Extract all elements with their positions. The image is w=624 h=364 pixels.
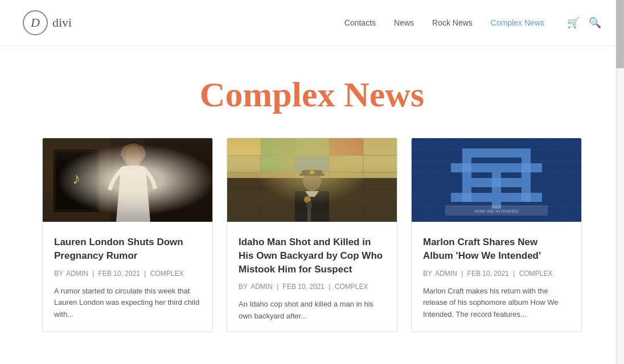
cart-icon[interactable]: 🛒: [567, 16, 580, 29]
cards-grid: ♪ Lauren London: [5, 138, 619, 355]
cards-section: ♪ Lauren London: [0, 138, 624, 355]
card-1-body: Lauren London Shuts Down Pregnancy Rumor…: [43, 222, 212, 330]
svg-rect-30: [307, 204, 311, 222]
card-3-author: ADMIN: [435, 270, 457, 278]
card-1-excerpt: A rumor started to circulate this week t…: [54, 286, 201, 321]
card-3-date: FEB 10, 2021: [467, 270, 509, 278]
card-2-author: ADMIN: [251, 283, 273, 291]
svg-point-24: [303, 171, 321, 191]
header: D divi Contacts News Rock News Complex N…: [0, 0, 624, 46]
svg-rect-20: [329, 138, 363, 155]
svg-text:HOW WE INTENDED: HOW WE INTENDED: [474, 209, 519, 214]
card-1-date: FEB 10, 2021: [98, 270, 140, 278]
svg-rect-27: [310, 171, 314, 174]
card-2-category: COMPLEX: [335, 283, 368, 291]
nav-utilities: 🛒 🔍: [567, 16, 601, 29]
nav-rock-news[interactable]: Rock News: [432, 18, 473, 27]
svg-rect-18: [261, 138, 295, 172]
svg-rect-55: [462, 163, 471, 172]
svg-rect-58: [462, 193, 471, 202]
svg-rect-2: [145, 138, 212, 222]
svg-rect-8: [227, 138, 397, 222]
page-title: Complex News: [11, 75, 613, 115]
svg-rect-4: [56, 152, 96, 209]
scrollbar-thumb[interactable]: [616, 0, 624, 68]
nav-news[interactable]: News: [394, 18, 414, 27]
svg-text:♪: ♪: [72, 169, 80, 187]
svg-rect-23: [227, 178, 397, 222]
svg-rect-17: [227, 138, 261, 155]
card-2-image: [227, 138, 397, 222]
site-logo[interactable]: D divi: [23, 10, 72, 35]
logo-name: divi: [52, 15, 72, 30]
card-2-excerpt: An Idaho cop shot and killed a man in hi…: [239, 299, 385, 322]
logo-icon: D: [23, 10, 48, 35]
nav-contacts[interactable]: Contacts: [344, 18, 376, 27]
nav-complex-news[interactable]: Complex News: [491, 18, 544, 27]
svg-rect-28: [295, 191, 329, 222]
card-2: Idaho Man Shot and Killed in His Own Bac…: [227, 138, 397, 332]
main-nav: Contacts News Rock News Complex News 🛒 🔍: [344, 16, 601, 29]
svg-point-6: [121, 143, 146, 168]
svg-rect-19: [295, 155, 329, 172]
card-3-title: Marlon Craft Shares New Album 'How We In…: [423, 235, 570, 263]
card-1-author: ADMIN: [66, 270, 88, 278]
card-3-category: COMPLEX: [519, 270, 553, 278]
svg-rect-21: [227, 172, 295, 189]
card-2-title: Idaho Man Shot and Killed in His Own Bac…: [239, 235, 385, 276]
card-3-body: Marlon Craft Shares New Album 'How We In…: [412, 222, 581, 330]
card-2-meta: BY ADMIN | FEB 10, 2021 | COMPLEX: [239, 283, 385, 291]
card-3-meta: BY ADMIN | FEB 10, 2021 | COMPLEX: [423, 270, 570, 278]
svg-rect-48: [462, 148, 531, 158]
card-2-body: Idaho Man Shot and Killed in His Own Bac…: [227, 222, 397, 332]
card-1-category: COMPLEX: [150, 270, 184, 278]
svg-rect-59: [522, 193, 531, 202]
svg-point-29: [304, 196, 311, 203]
card-3-excerpt: Marlon Craft makes his return with the r…: [423, 286, 570, 321]
scrollbar[interactable]: [616, 0, 624, 355]
svg-rect-22: [295, 138, 329, 155]
svg-point-7: [125, 146, 141, 164]
search-icon[interactable]: 🔍: [589, 16, 601, 29]
card-1-image: ♪: [43, 138, 212, 222]
svg-rect-25: [302, 170, 322, 175]
svg-rect-26: [299, 173, 325, 176]
svg-rect-3: [54, 150, 99, 212]
svg-rect-1: [43, 138, 110, 222]
card-2-date: FEB 10, 2021: [283, 283, 325, 291]
card-1-title: Lauren London Shuts Down Pregnancy Rumor: [54, 235, 201, 263]
svg-rect-0: [43, 138, 212, 222]
svg-rect-57: [492, 178, 501, 187]
card-3-image: HOW WE INTENDED: [412, 138, 581, 222]
card-3: HOW WE INTENDED Marlon Craft Shares New …: [411, 138, 582, 332]
card-1-meta: BY ADMIN | FEB 10, 2021 | COMPLEX: [54, 270, 201, 278]
card-1: ♪ Lauren London: [42, 138, 213, 332]
page-title-section: Complex News: [0, 46, 624, 138]
svg-rect-56: [522, 163, 531, 172]
svg-point-31: [306, 201, 312, 209]
